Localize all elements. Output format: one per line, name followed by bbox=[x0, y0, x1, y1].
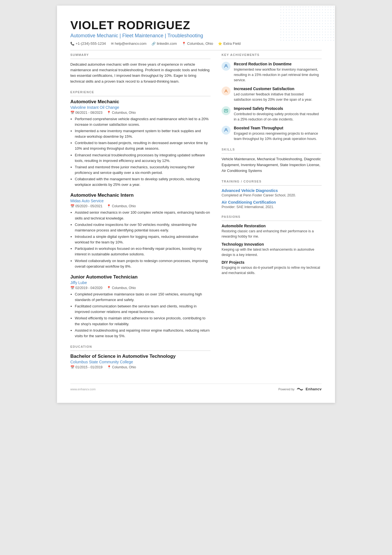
phone-icon: 📞 bbox=[70, 42, 75, 46]
job-1: Automotive Mechanic Valvoline Instant Oi… bbox=[70, 99, 210, 188]
skills-text: Vehicle Maintenance, Mechanical Troubles… bbox=[222, 156, 322, 174]
edu-degree: Bachelor of Science in Automotive Techno… bbox=[70, 354, 210, 359]
passion-2: Technology Innovation Keeping up with th… bbox=[222, 242, 322, 258]
achievement-2-content: Increased Customer Satisfaction Led cust… bbox=[234, 87, 322, 102]
bullet: Performed comprehensive vehicle diagnost… bbox=[75, 116, 210, 127]
passions-divider bbox=[222, 221, 322, 221]
email-icon: ✉ bbox=[111, 42, 114, 46]
bullet: Worked collaboratively on team projects … bbox=[75, 258, 210, 269]
job-1-date: 📅 06/2021 - 08/2023 bbox=[70, 111, 102, 115]
experience-section: EXPERIENCE Automotive Mechanic Valvoline… bbox=[70, 90, 210, 339]
bullet: Completed preventative maintenance tasks… bbox=[75, 292, 210, 303]
job-2-date: 📅 05/2020 - 05/2021 bbox=[70, 204, 102, 208]
achievement-1-icon bbox=[222, 62, 230, 71]
achievement-3-icon bbox=[222, 106, 230, 115]
passion-1-desc: Restoring classic cars and enhancing the… bbox=[222, 229, 322, 239]
training-2-title: Air Conditioning Certification bbox=[222, 200, 322, 204]
training-2: Air Conditioning Certification Provider:… bbox=[222, 200, 322, 209]
passion-3-title: DIY Projects bbox=[222, 260, 322, 265]
achievement-3-desc: Contributed to developing safety protoco… bbox=[234, 112, 322, 122]
training-divider bbox=[222, 185, 322, 186]
contact-extra: ⭐ Extra Field bbox=[218, 41, 240, 46]
passion-1-title: Automobile Restoration bbox=[222, 224, 322, 228]
contact-email: ✉ help@enhancv.com bbox=[111, 41, 147, 46]
passion-1: Automobile Restoration Restoring classic… bbox=[222, 224, 322, 239]
bullet: Introduced a simple digital system for l… bbox=[75, 234, 210, 245]
job-3-meta: 📅 02/2019 - 04/2020 📍 Columbus, Ohio bbox=[70, 286, 210, 290]
calendar-icon-2: 📅 bbox=[70, 204, 75, 208]
contact-linkedin: 🔗 linkedin.com bbox=[152, 41, 177, 46]
contact-phone: 📞 +1-(234)-555-1234 bbox=[70, 41, 106, 46]
job-2-location: 📍 Columbus, Ohio bbox=[107, 204, 136, 208]
passion-3-desc: Engaging in various do-it-yourself proje… bbox=[222, 265, 322, 276]
bullet: Collaborated with the management team to… bbox=[75, 176, 210, 188]
bullet: Trained and mentored three junior mechan… bbox=[75, 164, 210, 176]
footer-brand: Powered by Enhancv bbox=[278, 387, 322, 392]
edu-meta: 📅 01/2015 - 01/2019 📍 Columbus, Ohio bbox=[70, 365, 210, 369]
achievement-3-title: Improved Safety Protocols bbox=[234, 106, 322, 111]
candidate-name: VIOLET RODRIGUEZ bbox=[70, 19, 322, 32]
location-icon-2: 📍 bbox=[107, 204, 111, 208]
achievement-1-content: Record Reduction in Downtime Implemented… bbox=[234, 62, 322, 83]
summary-text: Dedicated automotive mechanic with over … bbox=[70, 62, 210, 84]
job-2-title: Automotive Mechanic Intern bbox=[70, 193, 210, 198]
training-2-desc: Provider: SAE International, 2021. bbox=[222, 205, 322, 209]
enhancv-logo-icon bbox=[296, 387, 304, 392]
brand-name: Enhancv bbox=[306, 387, 322, 391]
location-icon-1: 📍 bbox=[107, 111, 111, 115]
bullet: Implemented a new inventory management s… bbox=[75, 128, 210, 139]
job-1-title: Automotive Mechanic bbox=[70, 99, 210, 105]
bullet: Conducted routine inspections for over 5… bbox=[75, 222, 210, 233]
skills-divider bbox=[222, 153, 322, 154]
achievement-1-title: Record Reduction in Downtime bbox=[234, 62, 322, 66]
bullet: Assisted in troubleshooting and repairin… bbox=[75, 328, 210, 339]
passion-3: DIY Projects Engaging in various do-it-y… bbox=[222, 260, 322, 276]
achievement-2: Increased Customer Satisfaction Led cust… bbox=[222, 87, 322, 102]
job-3-title: Junior Automotive Technician bbox=[70, 274, 210, 280]
training-section: TRAINING / COURSES Advanced Vehicle Diag… bbox=[222, 180, 322, 209]
skills-section: SKILLS Vehicle Maintenance, Mechanical T… bbox=[222, 148, 322, 174]
achievement-4-icon bbox=[222, 126, 230, 135]
right-column: KEY ACHIEVEMENTS Record Reduction in Dow… bbox=[222, 53, 322, 375]
summary-divider bbox=[70, 59, 210, 59]
passions-title: PASSIONS bbox=[222, 215, 322, 218]
passion-2-desc: Keeping up with the latest tech enhancem… bbox=[222, 247, 322, 258]
bullet: Participated in workshops focused on eco… bbox=[75, 246, 210, 257]
linkedin-icon: 🔗 bbox=[152, 42, 156, 46]
summary-title: SUMMARY bbox=[70, 53, 210, 56]
calendar-icon-1: 📅 bbox=[70, 111, 75, 115]
edu-school: Columbus State Community College bbox=[70, 360, 210, 364]
education-section: EDUCATION Bachelor of Science in Automot… bbox=[70, 345, 210, 369]
bullet: Contributed to team-based projects, resu… bbox=[75, 140, 210, 151]
experience-divider bbox=[70, 96, 210, 96]
achievement-2-icon bbox=[222, 87, 230, 95]
achievement-4: Boosted Team Throughput Engaged in proce… bbox=[222, 126, 322, 142]
bullet: Worked efficiently to maintain strict ad… bbox=[75, 315, 210, 327]
edu-date: 📅 01/2015 - 01/2019 bbox=[70, 365, 103, 369]
job-3: Junior Automotive Technician Jiffy Lube … bbox=[70, 274, 210, 339]
achievement-4-content: Boosted Team Throughput Engaged in proce… bbox=[234, 126, 322, 142]
achievements-divider bbox=[222, 59, 322, 59]
job-1-location: 📍 Columbus, Ohio bbox=[107, 111, 136, 115]
location-icon: 📍 bbox=[182, 42, 186, 46]
powered-by-label: Powered by bbox=[278, 388, 294, 391]
edu-location: 📍 Columbus, Ohio bbox=[107, 365, 136, 369]
bullet: Facilitated communication between the se… bbox=[75, 304, 210, 315]
calendar-icon-3: 📅 bbox=[70, 286, 75, 290]
header-divider bbox=[70, 50, 322, 50]
achievement-1-desc: Implemented new workflow for inventory m… bbox=[234, 67, 322, 83]
contacts-row: 📞 +1-(234)-555-1234 ✉ help@enhancv.com 🔗… bbox=[70, 41, 322, 46]
training-1-title: Advanced Vehicle Diagnostics bbox=[222, 188, 322, 193]
bullet: Enhanced mechanical troubleshooting proc… bbox=[75, 152, 210, 164]
star-icon: ⭐ bbox=[218, 42, 222, 46]
location-icon-3: 📍 bbox=[107, 286, 111, 290]
training-title: TRAINING / COURSES bbox=[222, 180, 322, 183]
job-2-company: Midas Auto Service bbox=[70, 199, 210, 203]
achievement-4-title: Boosted Team Throughput bbox=[234, 126, 322, 130]
main-content: SUMMARY Dedicated automotive mechanic wi… bbox=[70, 53, 322, 375]
job-2: Automotive Mechanic Intern Midas Auto Se… bbox=[70, 193, 210, 269]
job-3-location: 📍 Columbus, Ohio bbox=[107, 286, 136, 290]
education-divider bbox=[70, 351, 210, 351]
job-2-meta: 📅 05/2020 - 05/2021 📍 Columbus, Ohio bbox=[70, 204, 210, 208]
education-title: EDUCATION bbox=[70, 345, 210, 348]
